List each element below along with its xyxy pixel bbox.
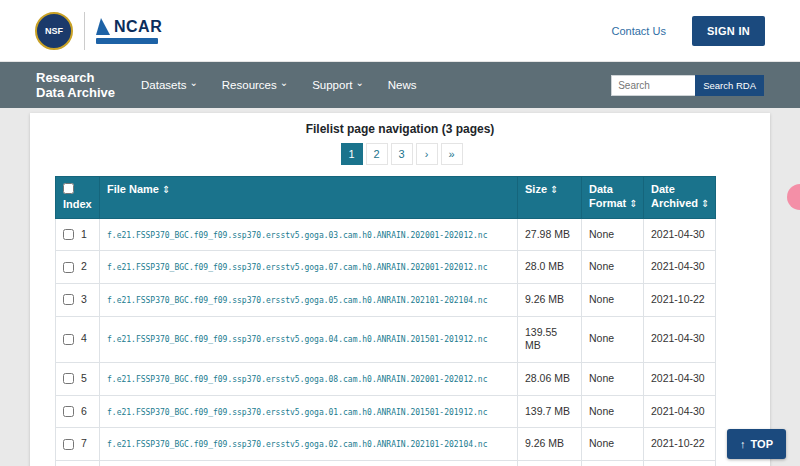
pagination-page-1[interactable]: 1	[341, 143, 363, 165]
table-row: 2 f.e21.FSSP370_BGC.f09_f09.ssp370.ersst…	[56, 251, 716, 284]
nav-item-label: Support	[312, 79, 352, 91]
header-size[interactable]: Size⇕	[518, 177, 582, 219]
file-size: 28.06 MB	[518, 362, 582, 395]
pagination: 1 2 3 › »	[30, 143, 770, 165]
sort-icon: ⇕	[550, 184, 558, 195]
ncar-logo[interactable]: NCAR	[96, 18, 162, 44]
table-row: 1 f.e21.FSSP370_BGC.f09_f09.ssp370.ersst…	[56, 218, 716, 251]
data-format: None	[582, 316, 644, 362]
file-name-link[interactable]: f.e21.FSSP370_BGC.f09_f09.ssp370.ersstv5…	[107, 263, 488, 272]
data-format: None	[582, 460, 644, 466]
file-name-link[interactable]: f.e21.FSSP370_BGC.f09_f09.ssp370.ersstv5…	[107, 335, 488, 344]
back-to-top-button[interactable]: ↑ TOP	[727, 429, 786, 459]
data-format: None	[582, 395, 644, 428]
pagination-next-button[interactable]: ›	[416, 143, 438, 165]
nav-item-news[interactable]: News	[388, 79, 417, 91]
row-index: 7	[81, 437, 87, 451]
sign-in-button[interactable]: SIGN IN	[692, 16, 765, 46]
brand-line-1: Research	[36, 70, 115, 85]
data-format: None	[582, 428, 644, 461]
site-header: NSF NCAR Contact Us SIGN IN	[0, 0, 800, 62]
row-index: 5	[81, 372, 87, 386]
file-size: 139.55 MB	[518, 316, 582, 362]
date-archived: 2021-04-30	[644, 460, 716, 466]
file-size: 9.26 MB	[518, 428, 582, 461]
header-actions: Contact Us SIGN IN	[612, 16, 765, 46]
data-format: None	[582, 251, 644, 284]
date-archived: 2021-04-30	[644, 251, 716, 284]
ncar-tagline-bar	[96, 38, 158, 44]
pagination-last-button[interactable]: »	[441, 143, 463, 165]
table-row: 5 f.e21.FSSP370_BGC.f09_f09.ssp370.ersst…	[56, 362, 716, 395]
date-archived: 2021-04-30	[644, 362, 716, 395]
pagination-page-2[interactable]: 2	[366, 143, 388, 165]
table-row: 3 f.e21.FSSP370_BGC.f09_f09.ssp370.ersst…	[56, 284, 716, 317]
top-button-label: TOP	[751, 438, 773, 450]
feedback-widget[interactable]	[787, 184, 800, 210]
row-checkbox[interactable]	[63, 294, 74, 305]
file-name-link[interactable]: f.e21.FSSP370_BGC.f09_f09.ssp370.ersstv5…	[107, 408, 488, 417]
table-row: 7 f.e21.FSSP370_BGC.f09_f09.ssp370.ersst…	[56, 428, 716, 461]
nav-item-label: News	[388, 79, 417, 91]
primary-nav: Datasets ⌄ Resources ⌄ Support ⌄ News	[141, 79, 417, 91]
header-file-name[interactable]: File Name⇕	[100, 177, 518, 219]
table-header-row: Index File Name⇕ Size⇕ Data Format⇕ Date…	[56, 177, 716, 219]
sort-icon: ⇕	[162, 184, 170, 195]
row-checkbox[interactable]	[63, 406, 74, 417]
file-name-link[interactable]: f.e21.FSSP370_BGC.f09_f09.ssp370.ersstv5…	[107, 296, 488, 305]
nav-item-datasets[interactable]: Datasets ⌄	[141, 79, 198, 91]
file-name-link[interactable]: f.e21.FSSP370_BGC.f09_f09.ssp370.ersstv5…	[107, 231, 488, 240]
date-archived: 2021-10-22	[644, 428, 716, 461]
search-input[interactable]	[611, 75, 695, 96]
data-format: None	[582, 362, 644, 395]
filelist-table: Index File Name⇕ Size⇕ Data Format⇕ Date…	[55, 176, 716, 466]
brand-title[interactable]: Research Data Archive	[36, 70, 115, 101]
header-data-format-label: Data Format	[589, 183, 626, 209]
header-index: Index	[56, 177, 100, 219]
nsf-logo-text: NSF	[45, 26, 63, 36]
row-index: 1	[81, 228, 87, 242]
date-archived: 2021-04-30	[644, 218, 716, 251]
file-size: 28.0 MB	[518, 251, 582, 284]
chevron-down-icon: ⌄	[355, 78, 363, 88]
logo-divider	[84, 12, 85, 50]
file-name-link[interactable]: f.e21.FSSP370_BGC.f09_f09.ssp370.ersstv5…	[107, 375, 488, 384]
row-index: 2	[81, 260, 87, 274]
table-row: 8 f.e21.FSSP370_BGC.f09_f09.ssp370.ersst…	[56, 460, 716, 466]
contact-us-link[interactable]: Contact Us	[612, 25, 666, 37]
ncar-sail-icon	[96, 18, 110, 35]
nav-item-support[interactable]: Support ⌄	[312, 79, 364, 91]
data-format: None	[582, 284, 644, 317]
file-name-link[interactable]: f.e21.FSSP370_BGC.f09_f09.ssp370.ersstv5…	[107, 440, 488, 449]
row-index: 3	[81, 293, 87, 307]
header-date-archived-label: Date Archived	[651, 183, 698, 209]
header-date-archived[interactable]: Date Archived⇕	[644, 177, 716, 219]
select-all-checkbox[interactable]	[63, 183, 74, 194]
table-row: 6 f.e21.FSSP370_BGC.f09_f09.ssp370.ersst…	[56, 395, 716, 428]
row-checkbox[interactable]	[63, 229, 74, 240]
arrow-up-icon: ↑	[740, 438, 746, 450]
file-size: 139.78 MB	[518, 460, 582, 466]
pagination-page-3[interactable]: 3	[391, 143, 413, 165]
ncar-logo-text: NCAR	[114, 19, 162, 35]
nav-item-resources[interactable]: Resources ⌄	[222, 79, 288, 91]
row-checkbox[interactable]	[63, 262, 74, 273]
row-checkbox[interactable]	[63, 373, 74, 384]
nsf-logo[interactable]: NSF	[35, 12, 73, 50]
data-format: None	[582, 218, 644, 251]
nav-item-label: Resources	[222, 79, 277, 91]
header-size-label: Size	[525, 183, 547, 195]
row-index: 4	[81, 332, 87, 346]
header-data-format[interactable]: Data Format⇕	[582, 177, 644, 219]
nav-item-label: Datasets	[141, 79, 186, 91]
filelist-pagination-title: Filelist page navigation (3 pages)	[30, 122, 770, 136]
search-rda-button[interactable]: Search RDA	[695, 75, 764, 96]
row-checkbox[interactable]	[63, 334, 74, 345]
table-row: 4 f.e21.FSSP370_BGC.f09_f09.ssp370.ersst…	[56, 316, 716, 362]
brand-line-2: Data Archive	[36, 85, 115, 100]
row-checkbox[interactable]	[63, 439, 74, 450]
file-size: 27.98 MB	[518, 218, 582, 251]
search-box: Search RDA	[611, 75, 764, 96]
date-archived: 2021-10-22	[644, 284, 716, 317]
chevron-down-icon: ⌄	[280, 78, 288, 88]
